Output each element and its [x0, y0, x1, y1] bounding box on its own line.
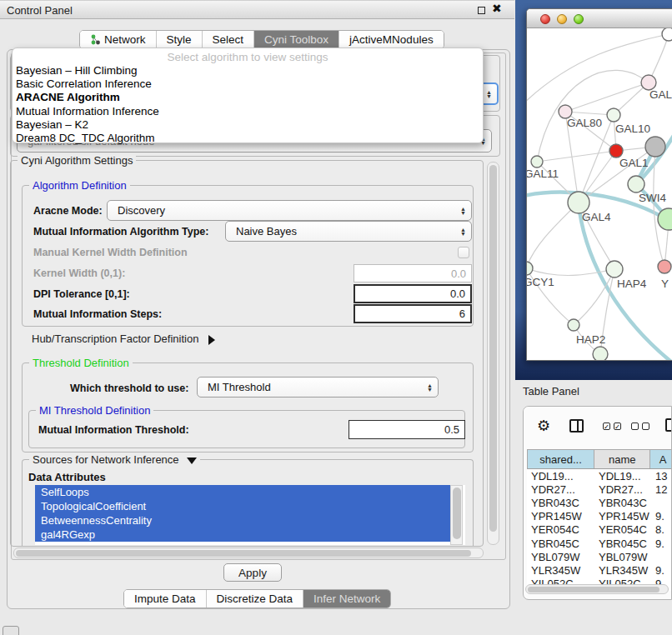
tab-infer-network[interactable]: Infer Network	[303, 590, 390, 608]
algorithm-option[interactable]: Basic Correlation Inference	[16, 78, 152, 90]
algorithm-option[interactable]: Bayesian – K2	[16, 118, 88, 131]
attribute-item[interactable]: gal4RGexp	[35, 528, 450, 542]
table-horizontal-thumb[interactable]	[528, 587, 659, 592]
control-panel-tabbar: NetworkStyleSelectCyni ToolboxjActiveMNo…	[79, 30, 444, 49]
table-cell: 13	[651, 469, 672, 482]
zoom-traffic-light[interactable]	[574, 14, 584, 24]
thin-edge[interactable]	[565, 82, 649, 112]
deselect-all-checkboxes-icon[interactable]	[631, 422, 649, 430]
dpi-tolerance-label: DPI Tolerance [0,1]:	[33, 288, 130, 300]
table-row[interactable]: YBR043CYBR043C	[527, 496, 672, 509]
node-label: SWI4	[639, 192, 666, 204]
attributes-scrollbar[interactable]	[450, 485, 463, 545]
mi-type-combo[interactable]: Naive Bayes ▲▼	[225, 221, 472, 242]
new-table-icon[interactable]	[665, 418, 672, 432]
gear-icon[interactable]: ⚙	[537, 417, 550, 435]
table-row[interactable]: YBR045CYBR045C9.	[527, 537, 672, 550]
attribute-item[interactable]: TopologicalCoefficient	[35, 499, 450, 513]
table-cell: YBR043C	[527, 496, 594, 509]
table-row[interactable]: YPR145WYPR145W9.	[527, 510, 672, 523]
network-canvas[interactable]: GALGAL80GAL10GAL1GAL11SWI4GAL4GCY1HAP4YH…	[527, 28, 672, 361]
table-row[interactable]: YER054CYER054C8.	[527, 523, 672, 537]
network-window-titlebar[interactable]	[527, 9, 672, 28]
mi-threshold-field[interactable]: 0.5	[349, 420, 465, 439]
attribute-item[interactable]: BetweennessCentrality	[35, 513, 450, 528]
tab-network[interactable]: Network	[80, 31, 157, 48]
node-HAP2[interactable]	[568, 319, 579, 331]
algorithm-option[interactable]: Bayesian – Hill Climbing	[16, 64, 138, 77]
dpi-tolerance-value: 0.0	[450, 288, 465, 300]
columns-icon[interactable]	[569, 419, 584, 432]
table-toolbar: ⚙ ✓✓	[524, 407, 671, 447]
kernel-width-field[interactable]: 0.0	[354, 264, 472, 282]
node-GCY1[interactable]	[527, 262, 533, 275]
attributes-scrollbar-thumb[interactable]	[453, 488, 461, 539]
tab-impute-data[interactable]: Impute Data	[124, 590, 207, 608]
data-attributes-list[interactable]: SelfLoopsTopologicalCoefficientBetweenne…	[35, 485, 465, 545]
apply-button-label: Apply	[238, 567, 267, 579]
thin-edge[interactable]	[537, 151, 616, 162]
tab-style[interactable]: Style	[157, 31, 203, 48]
manual-kernel-checkbox[interactable]	[458, 247, 469, 258]
tab-jactivemnodules[interactable]: jActiveMNodules	[339, 31, 444, 48]
column-header[interactable]: A	[650, 450, 672, 468]
attribute-item[interactable]: SelfLoops	[35, 485, 450, 499]
table-row[interactable]: YDL19...YDL19...13	[527, 469, 672, 482]
mi-steps-label: Mutual Information Steps:	[33, 308, 162, 320]
table-cell: YLR345W	[594, 563, 651, 577]
thin-edge[interactable]	[527, 202, 579, 268]
table-cell: YBL079W	[594, 550, 651, 563]
algorithm-option[interactable]: Mutual Information Inference	[16, 105, 159, 118]
close-icon[interactable]: ✖	[492, 2, 502, 15]
settings-horizontal-thumb[interactable]	[16, 550, 471, 557]
settings-vertical-thumb[interactable]	[489, 165, 497, 532]
combo-arrows-icon: ▲▼	[427, 383, 433, 392]
sources-title[interactable]: Sources for Network Inference	[29, 453, 200, 466]
tab-select[interactable]: Select	[203, 31, 255, 48]
close-traffic-light[interactable]	[540, 14, 550, 24]
tab-cyni-toolbox[interactable]: Cyni Toolbox	[254, 31, 339, 48]
table-row[interactable]: YDR27...YDR27...12	[527, 482, 672, 496]
table-horizontal-scrollbar[interactable]	[525, 584, 669, 594]
node-label: HAP4	[617, 278, 647, 290]
node-GAL11[interactable]	[531, 156, 543, 168]
cyni-toolbox-tabbar: Impute DataDiscretize DataInfer Network	[123, 589, 391, 608]
combo-arrows-icon: ▲▼	[460, 228, 466, 236]
node-unlabeled[interactable]	[645, 137, 665, 157]
which-threshold-combo[interactable]: MI Threshold ▲▼	[197, 377, 439, 398]
column-header[interactable]: name	[594, 450, 650, 468]
node-unlabeled[interactable]	[593, 347, 608, 361]
column-header[interactable]: shared...	[528, 450, 594, 468]
mi-steps-value: 6	[459, 308, 465, 320]
kernel-width-value: 0.0	[451, 268, 466, 280]
float-window-icon[interactable]	[478, 7, 485, 14]
tab-discretize-data[interactable]: Discretize Data	[207, 590, 304, 608]
hub-definition-expander[interactable]: Hub/Transcription Factor Definition	[32, 332, 215, 345]
aracne-mode-combo[interactable]: Discovery ▲▼	[107, 200, 472, 221]
node-HAP4[interactable]	[606, 261, 623, 278]
table-cell: 9.	[651, 537, 672, 550]
tab-label: jActiveMNodules	[349, 33, 434, 46]
thin-edge[interactable]	[527, 34, 669, 105]
minimize-traffic-light[interactable]	[557, 14, 567, 24]
algorithm-option[interactable]: Dream8 DC_TDC Algorithm	[16, 132, 155, 144]
mi-threshold-group-title: MI Threshold Definition	[36, 404, 153, 417]
algorithm-option[interactable]: ARACNE Algorithm	[16, 91, 120, 103]
table-row[interactable]: YLR345WYLR345W9.	[527, 563, 672, 577]
settings-horizontal-scrollbar[interactable]	[13, 548, 484, 558]
node-GAL10[interactable]	[607, 108, 620, 122]
apply-button[interactable]: Apply	[223, 563, 282, 582]
node-Y[interactable]	[658, 260, 671, 273]
node-GAL1[interactable]	[609, 144, 623, 158]
thin-edge[interactable]	[565, 112, 614, 115]
tab-label: Impute Data	[134, 592, 196, 605]
table-row[interactable]: YBL079WYBL079W	[527, 550, 672, 563]
select-all-checkboxes-icon[interactable]: ✓✓	[603, 422, 621, 430]
node-SWI4[interactable]	[628, 176, 644, 192]
mi-steps-field[interactable]: 6	[354, 304, 472, 323]
node-unlabeled[interactable]	[662, 28, 672, 41]
corner-mini-button[interactable]	[3, 626, 19, 635]
dpi-tolerance-field[interactable]: 0.0	[354, 284, 472, 303]
algorithm-dropdown-popup: Select algorithm to view settings Bayesi…	[12, 48, 484, 143]
settings-vertical-scrollbar[interactable]	[487, 162, 499, 545]
